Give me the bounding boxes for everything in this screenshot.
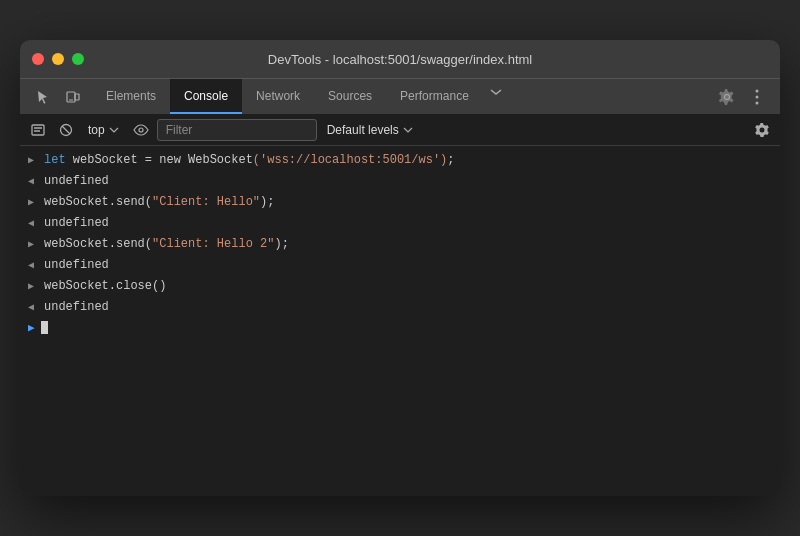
console-prompt[interactable]: ▶ <box>20 318 780 336</box>
cursor-icon[interactable] <box>30 84 56 110</box>
tab-elements[interactable]: Elements <box>92 79 170 114</box>
svg-rect-6 <box>32 125 44 135</box>
output-arrow-2: ◀ <box>28 215 38 232</box>
kebab-menu-icon[interactable] <box>744 84 770 110</box>
context-selector[interactable]: top <box>82 121 125 139</box>
eye-icon[interactable] <box>129 118 153 142</box>
tab-sources[interactable]: Sources <box>314 79 386 114</box>
console-toolbar: top Default levels <box>20 114 780 146</box>
traffic-lights <box>32 53 84 65</box>
close-button[interactable] <box>32 53 44 65</box>
console-input-4[interactable]: ▶ webSocket.close() <box>20 276 780 297</box>
console-input-1[interactable]: ▶ let webSocket = new WebSocket('wss://l… <box>20 150 780 171</box>
svg-rect-1 <box>75 94 79 100</box>
svg-line-10 <box>62 126 70 134</box>
more-tabs-button[interactable] <box>483 79 509 105</box>
tabs-container: Elements Console Network Sources Perform… <box>92 79 708 114</box>
svg-point-4 <box>756 95 759 98</box>
devtools-window: DevTools - localhost:5001/swagger/index.… <box>20 40 780 496</box>
cursor-blink <box>41 321 48 334</box>
title-bar: DevTools - localhost:5001/swagger/index.… <box>20 40 780 78</box>
output-arrow-1: ◀ <box>28 173 38 190</box>
tab-actions <box>708 84 776 110</box>
prompt-arrow: ▶ <box>28 321 35 334</box>
console-output-1: ◀ undefined <box>20 171 780 192</box>
console-input-2[interactable]: ▶ webSocket.send("Client: Hello"); <box>20 192 780 213</box>
input-arrow-2: ▶ <box>28 194 38 211</box>
svg-point-3 <box>756 89 759 92</box>
console-output: ▶ let webSocket = new WebSocket('wss://l… <box>20 146 780 496</box>
window-title: DevTools - localhost:5001/swagger/index.… <box>268 52 532 67</box>
input-arrow-4: ▶ <box>28 278 38 295</box>
log-levels-selector[interactable]: Default levels <box>321 121 419 139</box>
console-output-2: ◀ undefined <box>20 213 780 234</box>
block-errors-button[interactable] <box>54 118 78 142</box>
console-settings-icon[interactable] <box>750 118 774 142</box>
settings-gear-icon[interactable] <box>714 84 740 110</box>
filter-input[interactable] <box>157 119 317 141</box>
output-arrow-3: ◀ <box>28 257 38 274</box>
clear-console-button[interactable] <box>26 118 50 142</box>
device-icon[interactable] <box>60 84 86 110</box>
svg-point-11 <box>139 128 143 132</box>
output-arrow-4: ◀ <box>28 299 38 316</box>
input-arrow-3: ▶ <box>28 236 38 253</box>
svg-point-5 <box>756 101 759 104</box>
tab-bar: Elements Console Network Sources Perform… <box>20 78 780 114</box>
tab-performance[interactable]: Performance <box>386 79 483 114</box>
console-output-3: ◀ undefined <box>20 255 780 276</box>
console-output-4: ◀ undefined <box>20 297 780 318</box>
maximize-button[interactable] <box>72 53 84 65</box>
minimize-button[interactable] <box>52 53 64 65</box>
console-input-3[interactable]: ▶ webSocket.send("Client: Hello 2"); <box>20 234 780 255</box>
tab-icon-group <box>24 84 92 110</box>
input-arrow-1: ▶ <box>28 152 38 169</box>
tab-network[interactable]: Network <box>242 79 314 114</box>
tab-console[interactable]: Console <box>170 79 242 114</box>
